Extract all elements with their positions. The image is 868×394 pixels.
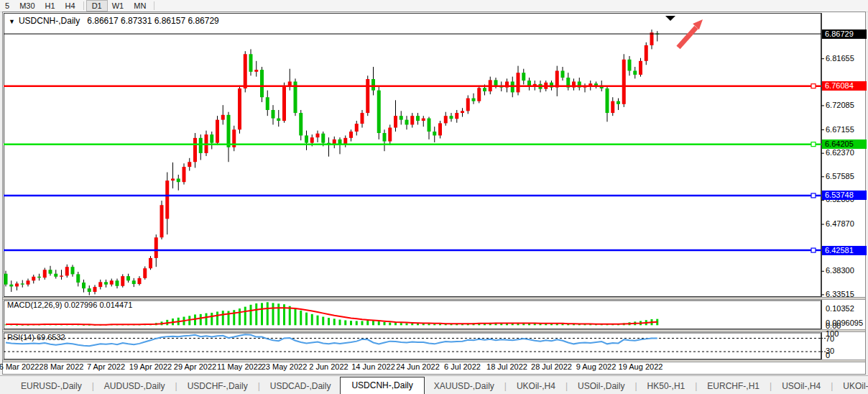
candle-bull [238,88,241,129]
candle-bull [93,287,97,292]
price-tick-label: 6.33515 [826,290,854,298]
macd-histogram-bar [311,314,313,325]
candle-bear [199,138,203,153]
candle-bear [522,73,525,81]
rsi-scale-label: 0 [826,351,830,359]
macd-histogram-bar [255,303,257,325]
hline-handle [811,84,816,88]
chart-ohlc-values: 6.86617 6.87331 6.86157 6.86729 [87,16,219,26]
pane-splitter[interactable] [3,297,865,300]
candle-bull [60,275,63,276]
candle-bear [338,139,342,144]
candle-bull [388,128,392,142]
macd-signal-line [6,308,657,324]
date-axis-label: 24 Jun 2022 [396,362,440,371]
price-tick-label: 6.57585 [826,172,854,180]
rsi-indicator-label: RSI(14) 69.6532 [7,333,65,342]
candle-bear [21,283,24,284]
candle-bear [260,70,264,97]
candle-bull [394,116,397,127]
macd-histogram-bar [194,314,196,325]
candle-bull [361,113,364,124]
macd-histogram-bar [328,318,330,325]
macd-histogram-bar [356,321,358,325]
candle-bear [177,178,180,182]
hline-handle [811,142,816,147]
macd-histogram-bar [378,321,380,325]
date-axis-label: 16 Mar 2022 [0,362,39,371]
candle-bear [416,116,420,121]
price-tick-label: 6.81655 [826,54,854,63]
macd-histogram-bar [295,308,297,325]
candle-bull [43,270,47,278]
candle-bull [466,98,470,111]
macd-histogram-bar [239,308,241,325]
candle-bull [110,280,114,284]
price-tick-label: 6.47870 [826,219,854,228]
candle-bear [377,91,381,133]
price-tick-label: 6.72085 [826,101,854,109]
candle-bear [561,70,565,78]
candle-bull [216,120,219,143]
candle-bull [221,115,225,120]
candle-bear [428,119,431,132]
macd-histogram-bar [384,322,386,325]
macd-histogram-bar [250,305,252,325]
candle-bull [143,268,147,278]
candle-bear [277,119,280,121]
candle-bull [422,119,425,121]
candle-bull [477,88,481,101]
candle-bear [321,134,325,143]
price-label-box: 6.86729 [822,29,867,39]
pane-splitter[interactable] [3,329,865,332]
macd-histogram-bar [333,319,336,325]
candle-bull [193,138,197,162]
candle-bull [611,101,614,113]
candle-bear [9,285,13,287]
candle-bear [49,270,52,273]
date-axis-label: 23 May 2022 [262,362,308,371]
candle-bear [4,274,8,285]
price-tick-label: 6.67155 [826,125,854,134]
candle-bull [343,138,347,144]
date-axis-label: 19 Apr 2022 [129,362,172,371]
candle-bear [126,276,130,280]
candle-bear [617,101,620,104]
date-axis-label: 28 Mar 2022 [40,362,84,371]
bar-marker-triangle-icon [665,16,675,21]
candle-bull [32,277,35,280]
macd-histogram-bar [200,314,202,325]
candle-bull [65,267,69,275]
candle-bull [316,134,320,137]
candle-bull [165,180,169,219]
candle-bull [27,280,30,284]
macd-histogram-bar [344,320,346,325]
candle-bear [71,267,75,274]
candle-bear [88,288,91,292]
candle-bear [606,88,609,113]
chart-canvas [0,0,868,394]
macd-histogram-bar [317,316,319,326]
candle-bull [645,45,648,61]
candle-bear [371,79,375,91]
candle-bull [121,276,124,286]
symbol-dropdown-icon[interactable]: ▼ [9,18,15,25]
price-tick-label: 6.62370 [826,148,854,157]
candle-bull [410,116,414,124]
macd-histogram-bar [216,311,218,325]
mt4-window: 5M30H1H4D1W1MN ▼USDCNH-,Daily6.86617 6.8… [0,0,868,394]
macd-histogram-bar [389,323,391,326]
candle-bull [149,258,152,268]
macd-histogram-bar [350,321,352,325]
candle-bull [355,124,359,132]
macd-histogram-bar [211,313,213,325]
candle-bull [349,132,353,138]
macd-histogram-bar [222,311,224,325]
macd-histogram-bar [261,303,263,325]
candle-bear [76,274,80,283]
candle-bull [517,73,520,92]
hline-handle [811,248,816,252]
candle-bear [305,135,308,142]
candle-bear [249,54,253,72]
candle-bull [455,113,458,119]
